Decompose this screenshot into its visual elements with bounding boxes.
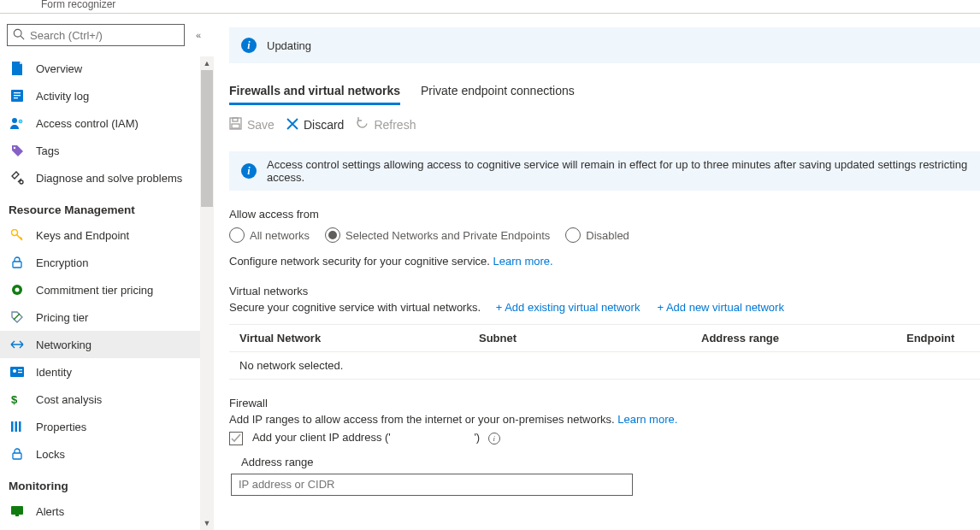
svg-line-1 — [21, 36, 24, 39]
commitment-icon — [10, 283, 24, 297]
vnet-heading: Virtual networks — [229, 285, 980, 297]
sidebar-item-properties[interactable]: Properties — [0, 413, 214, 440]
sidebar-item-alerts[interactable]: Alerts — [0, 498, 214, 525]
svg-point-8 — [13, 146, 15, 148]
sidebar-item-label: Identity — [36, 366, 72, 379]
lock-icon — [10, 256, 24, 269]
sidebar-item-access-control[interactable]: Access control (IAM) — [0, 109, 214, 137]
col-address-range: Address range — [701, 332, 906, 344]
identity-icon — [10, 365, 24, 379]
sidebar-item-label: Overview — [36, 62, 82, 75]
sidebar-item-tags[interactable]: Tags — [0, 137, 214, 164]
key-icon — [10, 228, 24, 242]
radio-all-networks[interactable]: All networks — [229, 227, 310, 243]
col-endpoint: Endpoint — [906, 332, 970, 344]
main-content: i Updating Firewalls and virtual network… — [214, 14, 980, 530]
sidebar-item-label: Keys and Endpoint — [36, 229, 129, 242]
svg-rect-21 — [19, 421, 21, 432]
sidebar-item-commitment-tier[interactable]: Commitment tier pricing — [0, 276, 214, 303]
sidebar-item-activity-log[interactable]: Activity log — [0, 82, 214, 109]
resource-type-label: Form recognizer — [0, 0, 980, 14]
sidebar-item-label: Cost analysis — [36, 393, 102, 406]
sidebar-item-label: Diagnose and solve problems — [36, 172, 182, 185]
learn-more-link[interactable]: Learn more. — [493, 255, 553, 268]
sidebar-item-networking[interactable]: Networking — [0, 331, 214, 358]
collapse-sidebar-button[interactable]: « — [190, 30, 207, 40]
address-range-label: Address range — [229, 456, 980, 468]
vnet-empty-message: No network selected. — [239, 359, 479, 372]
tabs: Firewalls and virtual networks Private e… — [229, 84, 980, 105]
discard-icon — [286, 118, 298, 132]
sidebar-item-keys-endpoint[interactable]: Keys and Endpoint — [0, 221, 214, 249]
sidebar-item-label: Pricing tier — [36, 311, 88, 324]
tab-private-endpoint[interactable]: Private endpoint connections — [421, 84, 575, 105]
svg-rect-19 — [11, 421, 14, 432]
discard-button[interactable]: Discard — [286, 118, 344, 132]
overview-icon — [10, 62, 24, 75]
save-button[interactable]: Save — [229, 117, 275, 132]
sidebar-item-locks[interactable]: Locks — [0, 440, 214, 468]
command-bar: Save Discard Refresh — [229, 117, 980, 132]
svg-rect-24 — [15, 515, 19, 516]
svg-point-6 — [12, 118, 17, 123]
svg-rect-16 — [18, 369, 22, 370]
sidebar-scrollbar[interactable]: ▲ ▼ — [200, 56, 214, 530]
sidebar-item-label: Properties — [36, 421, 86, 433]
menu-search-input[interactable] — [25, 29, 179, 42]
add-existing-vnet-link[interactable]: + Add existing virtual network — [496, 301, 641, 314]
firewall-heading: Firewall — [229, 397, 980, 409]
col-virtual-network: Virtual Network — [239, 332, 479, 344]
scroll-up-icon[interactable]: ▲ — [200, 56, 214, 70]
cost-icon: $ — [10, 392, 24, 406]
sidebar-item-encryption[interactable]: Encryption — [0, 249, 214, 276]
info-icon: i — [241, 163, 257, 179]
svg-rect-27 — [232, 124, 239, 128]
sidebar-item-pricing-tier[interactable]: Pricing tier — [0, 303, 214, 331]
radio-icon — [229, 227, 245, 243]
add-client-ip-checkbox[interactable] — [229, 432, 243, 445]
svg-rect-26 — [233, 118, 238, 121]
radio-disabled[interactable]: Disabled — [565, 227, 629, 243]
tab-firewalls[interactable]: Firewalls and virtual networks — [229, 84, 400, 105]
search-icon — [13, 28, 25, 43]
svg-point-0 — [14, 29, 21, 37]
sidebar-item-label: Access control (IAM) — [36, 117, 139, 130]
sidebar-item-label: Tags — [36, 144, 59, 157]
address-range-input[interactable] — [231, 474, 633, 496]
sidebar-item-identity[interactable]: Identity — [0, 358, 214, 386]
svg-rect-22 — [13, 453, 21, 459]
scroll-down-icon[interactable]: ▼ — [200, 516, 214, 530]
svg-point-9 — [20, 180, 23, 184]
firewall-learn-more-link[interactable]: Learn more. — [617, 413, 677, 426]
add-client-ip-label: Add your client IP address (' ') — [252, 431, 480, 444]
sidebar-item-label: Activity log — [36, 90, 89, 103]
col-subnet: Subnet — [479, 332, 701, 344]
pricing-icon — [10, 310, 24, 324]
svg-rect-20 — [15, 421, 18, 432]
refresh-button[interactable]: Refresh — [356, 117, 416, 132]
sidebar-item-diagnose[interactable]: Diagnose and solve problems — [0, 164, 214, 191]
activity-log-icon — [10, 89, 24, 103]
scroll-thumb[interactable] — [201, 70, 213, 207]
info-banner: i Access control settings allowing acces… — [229, 151, 980, 191]
svg-rect-23 — [11, 506, 23, 515]
menu-search[interactable] — [7, 24, 185, 46]
add-new-vnet-link[interactable]: + Add new virtual network — [657, 301, 784, 314]
sidebar-item-label: Locks — [36, 448, 65, 461]
updating-banner: i Updating — [229, 27, 980, 63]
svg-rect-4 — [14, 95, 21, 96]
svg-text:$: $ — [11, 393, 18, 405]
alerts-icon — [10, 504, 24, 518]
radio-selected-networks[interactable]: Selected Networks and Private Endpoints — [325, 227, 550, 243]
sidebar-item-label: Commitment tier pricing — [36, 284, 153, 297]
info-tooltip-icon[interactable]: i — [488, 433, 500, 445]
allow-access-label: Allow access from — [229, 208, 980, 221]
firewall-desc: Add IP ranges to allow access from the i… — [229, 413, 980, 426]
sidebar-item-label: Alerts — [36, 505, 64, 518]
properties-icon — [10, 420, 24, 433]
sidebar-item-overview[interactable]: Overview — [0, 55, 214, 82]
svg-point-15 — [13, 369, 16, 373]
access-control-icon — [10, 116, 24, 130]
sidebar-item-cost-analysis[interactable]: $ Cost analysis — [0, 386, 214, 413]
info-banner-text: Access control settings allowing access … — [267, 158, 968, 184]
